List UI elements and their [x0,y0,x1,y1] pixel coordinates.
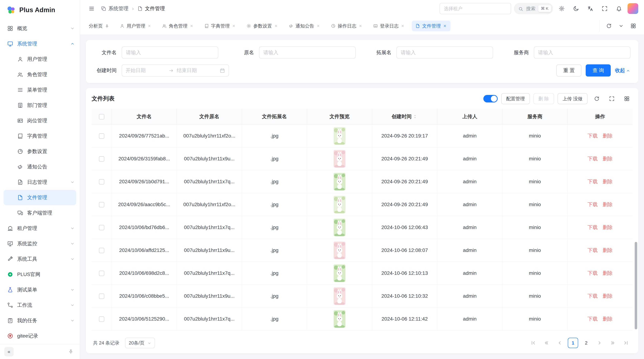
page-1-button[interactable]: 1 [568,338,578,348]
delete-link[interactable]: 删除 [603,316,613,322]
column-header-4[interactable]: 创建时间 [372,109,437,124]
tab-role-mgmt[interactable]: 角色管理 [158,20,197,31]
column-header-1[interactable]: 文件原名 [177,109,242,124]
end-date-input[interactable] [177,68,217,73]
row-checkbox[interactable] [99,294,104,299]
sidebar-item-system-tools[interactable]: 系统工具 [0,251,80,267]
sidebar-item-user-mgmt[interactable]: 用户管理 [0,51,80,67]
download-link[interactable]: 下载 [588,316,598,322]
sidebar-item-dept-mgmt[interactable]: 部门管理 [0,98,80,113]
file-name-input[interactable] [122,46,218,59]
row-checkbox[interactable] [99,271,104,276]
tab-notice[interactable]: 通知公告 [285,20,324,31]
prev-page-button[interactable] [554,338,565,348]
sidebar-item-tenant-mgmt[interactable]: 租户管理 [0,221,80,236]
tab-close-icon[interactable] [443,24,447,28]
sidebar-item-client-mgmt[interactable]: 客户端管理 [0,205,80,221]
date-range-picker[interactable] [122,64,229,76]
tab-close-icon[interactable] [358,24,362,28]
sidebar-item-menu-mgmt[interactable]: 菜单管理 [0,82,80,98]
tab-close-icon[interactable] [401,24,405,28]
delete-link[interactable]: 删除 [603,133,613,139]
row-checkbox[interactable] [99,133,104,139]
tab-options-button[interactable] [616,20,627,32]
user-avatar[interactable] [628,3,638,14]
sidebar-item-dict-mgmt[interactable]: 字典管理 [0,128,80,144]
row-checkbox[interactable] [99,225,104,230]
settings-button[interactable] [556,3,568,14]
download-link[interactable]: 下载 [588,293,598,299]
next-page-button[interactable] [594,338,605,348]
sidebar-toggle-button[interactable] [86,3,97,14]
sidebar-item-system-monitor[interactable]: 系统监控 [0,236,80,251]
dark-mode-button[interactable] [570,3,582,14]
tenant-select[interactable] [440,3,511,14]
jump-back-button[interactable] [541,338,552,348]
delete-link[interactable]: 删除 [603,202,613,207]
extension-input[interactable] [396,46,493,59]
language-button[interactable] [584,3,596,14]
delete-link[interactable]: 删除 [603,225,613,230]
sidebar-item-file-mgmt[interactable]: 文件管理 [4,190,76,205]
tab-close-icon[interactable] [190,24,194,28]
download-link[interactable]: 下载 [588,179,598,184]
breadcrumb-item-file-mgmt[interactable]: 文件管理 [138,5,165,12]
download-link[interactable]: 下载 [588,225,598,230]
tab-login-log[interactable]: 登录日志 [370,20,408,31]
download-link[interactable]: 下载 [588,202,598,207]
upload-button[interactable]: 上传 没做 [558,93,588,104]
file-preview-thumbnail[interactable] [334,287,346,305]
sort-icon[interactable] [412,114,418,119]
sidebar-collapse-button[interactable]: « [4,347,14,356]
config-manage-button[interactable]: 配置管理 [501,93,530,104]
fullscreen-button[interactable] [599,3,610,14]
sidebar-item-log-mgmt[interactable]: 日志管理 [0,174,80,190]
download-link[interactable]: 下载 [588,247,598,253]
sidebar-item-system-mgmt[interactable]: 系统管理 [0,36,80,51]
page-size-select[interactable]: 20条/页 [125,338,155,348]
sidebar-item-overview[interactable]: 概览 [0,21,80,36]
sidebar-item-notice[interactable]: 通知公告 [0,159,80,174]
tab-dict-mgmt[interactable]: 字典管理 [201,20,239,31]
app-logo[interactable]: Plus Admin [0,0,80,20]
breadcrumb-item-system-mgmt[interactable]: 系统管理 [101,5,128,12]
sidebar-item-param-settings[interactable]: 参数设置 [0,144,80,159]
table-fullscreen-button[interactable] [606,93,618,104]
row-checkbox[interactable] [99,317,104,322]
tab-close-icon[interactable] [274,24,278,28]
reset-button[interactable]: 重 置 [556,64,582,76]
query-button[interactable]: 查 询 [586,64,611,76]
tab-file-mgmt[interactable]: 文件管理 [412,20,450,31]
file-preview-thumbnail[interactable] [334,264,346,282]
download-link[interactable]: 下载 [588,133,598,139]
sidebar-item-test-menu[interactable]: 测试菜单 [0,282,80,298]
tab-analysis[interactable]: 分析页 [85,20,113,31]
select-all-checkbox[interactable] [99,114,104,119]
file-preview-thumbnail[interactable] [334,196,346,213]
table-scrollbar-thumb[interactable] [635,242,637,330]
row-checkbox[interactable] [99,248,104,253]
column-header-7[interactable]: 操作 [568,109,632,124]
provider-input[interactable] [534,46,630,59]
sidebar-item-plus-site[interactable]: PLUS官网 [0,267,80,282]
tab-user-mgmt[interactable]: 用户管理 [116,20,155,31]
first-page-button[interactable] [528,338,538,348]
download-link[interactable]: 下载 [588,270,598,276]
last-page-button[interactable] [621,338,631,348]
row-checkbox[interactable] [99,156,104,162]
sidebar-item-post-mgmt[interactable]: 岗位管理 [0,113,80,128]
refresh-page-button[interactable] [603,20,615,32]
column-header-6[interactable]: 服务商 [502,109,568,124]
delete-link[interactable]: 删除 [603,247,613,253]
file-preview-thumbnail[interactable] [334,150,346,168]
file-preview-thumbnail[interactable] [334,242,346,259]
tab-op-log[interactable]: 操作日志 [327,20,366,31]
column-header-0[interactable]: 文件名 [112,109,177,124]
file-preview-thumbnail[interactable] [334,127,346,145]
origin-name-input[interactable] [259,46,356,59]
download-link[interactable]: 下载 [588,156,598,161]
notifications-button[interactable] [613,3,625,14]
delete-link[interactable]: 删除 [603,179,613,184]
tab-close-icon[interactable] [148,24,151,28]
tab-close-icon[interactable] [316,24,320,28]
